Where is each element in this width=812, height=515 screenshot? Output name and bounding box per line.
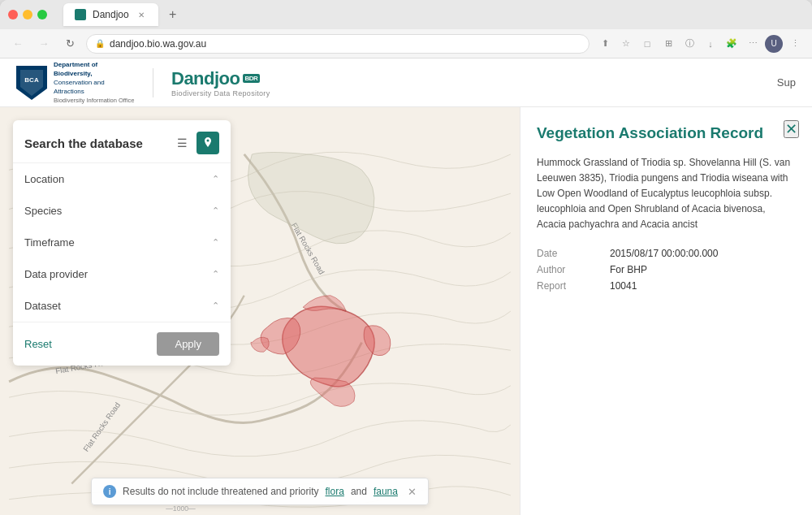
dandjoo-subtitle: Biodiversity Data Repository bbox=[171, 89, 270, 97]
header-nav: Sup bbox=[777, 76, 796, 89]
map-view-btn[interactable] bbox=[197, 132, 219, 154]
detail-close-btn[interactable]: ✕ bbox=[784, 120, 799, 138]
logo-area: BCA Department of Biodiversity, Conserva… bbox=[16, 60, 270, 105]
search-actions: Reset Apply bbox=[13, 322, 231, 366]
back-btn[interactable]: ← bbox=[8, 34, 28, 54]
filter-species-label: Species bbox=[24, 205, 62, 217]
svg-text:—1000—: —1000— bbox=[166, 504, 196, 513]
filter-data-provider[interactable]: Data provider ⌃ bbox=[13, 258, 231, 290]
detail-panel: ✕ Vegetation Association Record Hummock … bbox=[520, 107, 812, 515]
logo-divider bbox=[153, 68, 153, 97]
bookmark-btn[interactable]: ☆ bbox=[617, 35, 635, 53]
forward-btn[interactable]: → bbox=[34, 34, 54, 54]
detail-label-date: Date bbox=[537, 248, 594, 259]
maximize-window-btn[interactable] bbox=[37, 10, 47, 19]
tab-favicon bbox=[75, 9, 86, 20]
filter-data-provider-label: Data provider bbox=[24, 268, 88, 280]
tab-overview-btn[interactable]: ⊞ bbox=[659, 35, 677, 53]
filter-dataset-label: Dataset bbox=[24, 300, 61, 312]
tab-close-btn[interactable]: ✕ bbox=[136, 9, 147, 20]
search-title: Search the database bbox=[24, 136, 143, 150]
search-header: Search the database ☰ bbox=[13, 120, 231, 163]
dept-logo: BCA Department of Biodiversity, Conserva… bbox=[16, 60, 135, 105]
detail-row-report: Report 10041 bbox=[537, 280, 796, 292]
flora-link[interactable]: flora bbox=[326, 486, 344, 497]
info-icon: i bbox=[103, 485, 116, 498]
info-btn[interactable]: ⓘ bbox=[680, 35, 698, 53]
main-area: Flat Rocks Road Flat Rocks Road Flat Roc… bbox=[0, 107, 812, 515]
close-window-btn[interactable] bbox=[8, 10, 18, 19]
detail-value-report: 10041 bbox=[610, 280, 637, 292]
detail-value-author: For BHP bbox=[610, 264, 647, 275]
svg-point-9 bbox=[207, 139, 209, 141]
tab-title: Dandjoo bbox=[93, 9, 129, 20]
minimize-window-btn[interactable] bbox=[23, 10, 32, 19]
new-tab-btn[interactable]: + bbox=[163, 5, 183, 24]
dandjoo-logo: DandjooBDR Biodiversity Data Repository bbox=[171, 68, 270, 97]
map-pin-icon bbox=[202, 136, 214, 150]
title-bar: Dandjoo ✕ + bbox=[0, 0, 812, 29]
dandjoo-badge: BDR bbox=[243, 74, 261, 83]
lock-icon: 🔒 bbox=[95, 39, 105, 48]
detail-value-date: 2015/08/17 00:00:00.000 bbox=[610, 248, 718, 259]
notification-close-btn[interactable]: ✕ bbox=[408, 486, 417, 498]
detail-title: Vegetation Association Record bbox=[537, 123, 796, 144]
detail-description: Hummock Grassland of Triodia sp. Shovela… bbox=[537, 155, 796, 233]
search-sidebar: Search the database ☰ bbox=[13, 120, 231, 366]
filter-species[interactable]: Species ⌃ bbox=[13, 195, 231, 227]
dept-shield-logo: BCA bbox=[16, 66, 47, 100]
detail-table: Date 2015/08/17 00:00:00.000 Author For … bbox=[537, 248, 796, 292]
nav-bar: ← → ↻ 🔒 dandjoo.bio.wa.gov.au ⬆ ☆ □ ⊞ ⓘ … bbox=[0, 29, 812, 58]
chevron-down-icon: ⌃ bbox=[212, 237, 219, 248]
more-btn[interactable]: ⋯ bbox=[744, 35, 762, 53]
detail-label-report: Report bbox=[537, 280, 594, 292]
map-container[interactable]: Flat Rocks Road Flat Rocks Road Flat Roc… bbox=[0, 107, 520, 515]
detail-row-date: Date 2015/08/17 00:00:00.000 bbox=[537, 248, 796, 259]
list-view-btn[interactable]: ☰ bbox=[171, 132, 193, 154]
filter-location-label: Location bbox=[24, 173, 64, 185]
header-nav-support[interactable]: Sup bbox=[777, 76, 796, 89]
nav-actions: ⬆ ☆ □ ⊞ ⓘ ↓ 🧩 ⋯ U ⋮ bbox=[596, 35, 804, 53]
notification-bar: i Results do not include threatened and … bbox=[91, 478, 429, 505]
dept-line2: Conservation and Attractions bbox=[54, 78, 135, 96]
list-icon: ☰ bbox=[177, 136, 188, 149]
url-text: dandjoo.bio.wa.gov.au bbox=[110, 38, 206, 50]
extensions-btn[interactable]: 🧩 bbox=[723, 35, 741, 53]
detail-label-author: Author bbox=[537, 264, 594, 275]
app-header: BCA Department of Biodiversity, Conserva… bbox=[0, 58, 812, 107]
search-view-toggle: ☰ bbox=[171, 132, 219, 154]
filter-timeframe[interactable]: Timeframe ⌃ bbox=[13, 227, 231, 258]
tab-bar: Dandjoo ✕ + bbox=[63, 3, 804, 26]
dept-line1: Department of Biodiversity, bbox=[54, 60, 135, 78]
reading-list-btn[interactable]: □ bbox=[638, 35, 656, 53]
detail-row-author: Author For BHP bbox=[537, 264, 796, 275]
apply-button[interactable]: Apply bbox=[157, 332, 219, 356]
notification-text: Results do not include threatened and pr… bbox=[123, 486, 318, 497]
chevron-down-icon: ⌃ bbox=[212, 206, 219, 216]
reload-btn[interactable]: ↻ bbox=[60, 34, 80, 54]
fauna-link[interactable]: fauna bbox=[374, 486, 398, 497]
reset-button[interactable]: Reset bbox=[24, 338, 52, 350]
filter-section: Location ⌃ Species ⌃ Timeframe ⌃ Data bbox=[13, 163, 231, 322]
svg-text:BCA: BCA bbox=[24, 76, 39, 84]
filter-location[interactable]: Location ⌃ bbox=[13, 163, 231, 195]
chevron-down-icon: ⌃ bbox=[212, 174, 219, 184]
download-btn[interactable]: ↓ bbox=[702, 35, 719, 53]
notification-separator: and bbox=[351, 486, 367, 497]
traffic-lights bbox=[8, 10, 47, 19]
menu-btn[interactable]: ⋮ bbox=[786, 35, 804, 53]
address-bar[interactable]: 🔒 dandjoo.bio.wa.gov.au bbox=[86, 34, 590, 54]
filter-timeframe-label: Timeframe bbox=[24, 236, 75, 249]
user-avatar[interactable]: U bbox=[765, 35, 783, 53]
dept-text: Department of Biodiversity, Conservation… bbox=[54, 60, 135, 105]
chevron-down-icon: ⌃ bbox=[212, 301, 219, 311]
dept-line3: Biodiversity Information Office bbox=[54, 97, 135, 106]
chevron-down-icon: ⌃ bbox=[212, 269, 219, 279]
share-btn[interactable]: ⬆ bbox=[596, 35, 614, 53]
filter-dataset[interactable]: Dataset ⌃ bbox=[13, 290, 231, 322]
browser-tab[interactable]: Dandjoo ✕ bbox=[63, 3, 158, 26]
app-content: BCA Department of Biodiversity, Conserva… bbox=[0, 58, 812, 515]
dandjoo-title: DandjooBDR bbox=[171, 68, 260, 89]
